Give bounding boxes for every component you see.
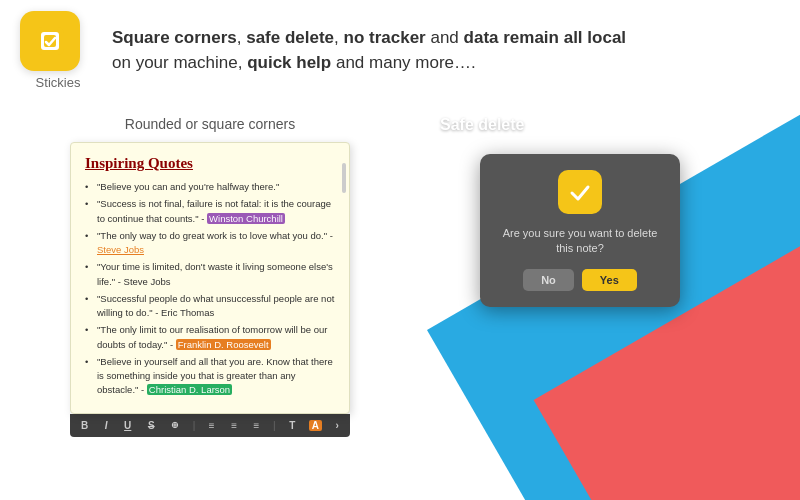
dialog-icon — [558, 170, 602, 214]
header-bold5: quick help — [247, 53, 331, 72]
delete-dialog: Are you sure you want to delete this not… — [480, 154, 680, 307]
scrollbar-handle[interactable] — [342, 163, 346, 193]
list-item: "Believe you can and you're halfway ther… — [85, 180, 335, 194]
list-item: "Believe in yourself and all that you ar… — [85, 355, 335, 398]
sticky-note[interactable]: Inspiring Quotes "Believe you can and yo… — [70, 142, 350, 414]
toolbar-strikethrough-btn[interactable]: S — [145, 419, 158, 432]
header-sep3: and — [426, 28, 464, 47]
list-item: "The only way to do great work is to lov… — [85, 229, 335, 258]
toolbar-italic-btn[interactable]: I — [102, 419, 111, 432]
quote-text: "Your time is limited, don't waste it li… — [97, 261, 333, 286]
dialog-message: Are you sure you want to delete this not… — [496, 226, 664, 257]
main-content: Rounded or square corners Inspiring Quot… — [0, 100, 800, 500]
note-list: "Believe you can and you're halfway ther… — [85, 180, 335, 398]
app-icon-wrapper: Stickies — [20, 11, 96, 90]
list-item: "The only limit to our realisation of to… — [85, 323, 335, 352]
quote-text: "The only limit to our realisation of to… — [97, 324, 327, 349]
header-text: Square corners, safe delete, no tracker … — [112, 25, 626, 76]
top-bar: Stickies Square corners, safe delete, no… — [0, 0, 800, 100]
left-section: Rounded or square corners Inspiring Quot… — [0, 100, 420, 500]
toolbar-text-btn[interactable]: T — [286, 419, 298, 432]
toolbar-underline-btn[interactable]: U — [121, 419, 134, 432]
header-line2a: on your machine, — [112, 53, 247, 72]
stickies-logo-icon — [32, 23, 68, 59]
toolbar-bold-btn[interactable]: B — [78, 419, 91, 432]
highlight-larson: Christian D. Larson — [147, 384, 232, 395]
toolbar-text-alt-btn[interactable]: A — [309, 420, 322, 431]
toolbar-code-btn[interactable]: ⊕ — [168, 419, 182, 431]
dialog-yes-button[interactable]: Yes — [582, 269, 637, 291]
quote-text: "The only way to do great work is to lov… — [97, 230, 333, 255]
quote-text: "Believe you can and you're halfway ther… — [97, 181, 279, 192]
note-toolbar: B I U S ⊕ | ≡ ≡ ≡ | T A › — [70, 414, 350, 437]
list-item: "Your time is limited, don't waste it li… — [85, 260, 335, 289]
highlight-winston: Winston Churchill — [207, 213, 285, 224]
header-sep1: , — [237, 28, 246, 47]
toolbar-align1-btn[interactable]: ≡ — [206, 419, 218, 432]
toolbar-divider1: | — [193, 420, 196, 431]
header-bold4: data remain all local — [464, 28, 627, 47]
left-section-title: Rounded or square corners — [20, 116, 400, 132]
list-item: "Successful people do what unsuccessful … — [85, 292, 335, 321]
header-bold2: safe delete — [246, 28, 334, 47]
header-sep2: , — [334, 28, 343, 47]
highlight-jobs1: Steve Jobs — [97, 244, 144, 255]
app-icon — [20, 11, 80, 71]
toolbar-more-btn[interactable]: › — [333, 419, 342, 432]
right-section-title: Safe delete — [440, 116, 524, 134]
dialog-no-button[interactable]: No — [523, 269, 574, 291]
note-title: Inspiring Quotes — [85, 155, 335, 172]
checkmark-icon — [566, 178, 594, 206]
right-section: Safe delete Are you sure you want to del… — [420, 100, 800, 500]
list-item: "Success is not final, failure is not fa… — [85, 197, 335, 226]
dialog-buttons: No Yes — [523, 269, 637, 291]
quote-text: "Believe in yourself and all that you ar… — [97, 356, 333, 396]
quote-text: "Success is not final, failure is not fa… — [97, 198, 331, 223]
header-bold3: no tracker — [344, 28, 426, 47]
toolbar-divider2: | — [273, 420, 276, 431]
quote-text: "Successful people do what unsuccessful … — [97, 293, 334, 318]
header-bold1: Square corners — [112, 28, 237, 47]
app-name-label: Stickies — [36, 75, 81, 90]
header-line2b: and many more…. — [331, 53, 476, 72]
highlight-roosevelt: Franklin D. Roosevelt — [176, 339, 271, 350]
toolbar-align3-btn[interactable]: ≡ — [251, 419, 263, 432]
toolbar-align2-btn[interactable]: ≡ — [228, 419, 240, 432]
